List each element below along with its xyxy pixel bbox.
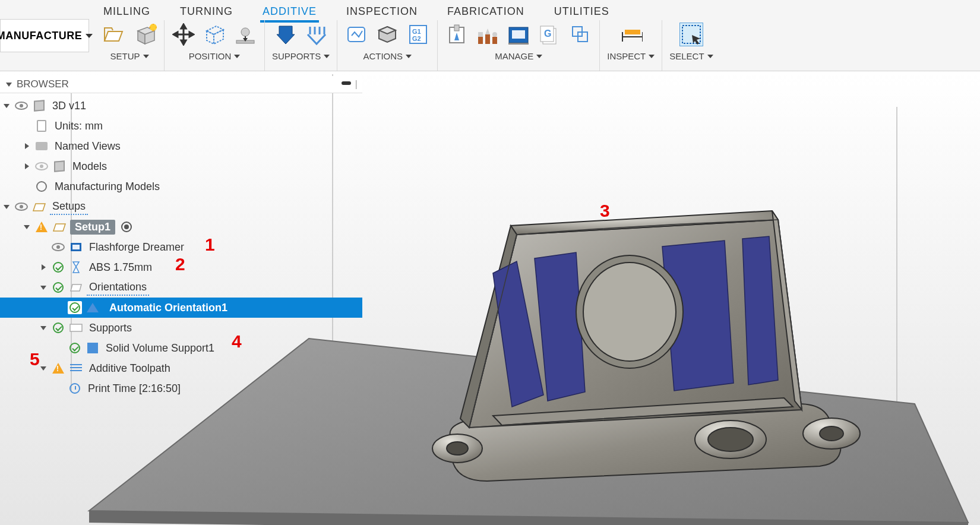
tree-node-solid-support[interactable]: Solid Volume Support1: [0, 338, 362, 358]
visibility-icon[interactable]: [51, 241, 65, 254]
simulate-icon[interactable]: [375, 23, 399, 46]
svg-text:G1: G1: [412, 28, 421, 35]
ribbon-label-setup[interactable]: SETUP: [110, 51, 148, 61]
expand-toggle-icon[interactable]: [39, 286, 48, 290]
expand-toggle-icon[interactable]: [2, 205, 11, 209]
clock-icon: [68, 382, 82, 395]
tree-label: Orientations: [87, 280, 149, 296]
svg-marker-21: [277, 26, 295, 44]
tree-label: Flashforge Dreamer: [87, 240, 186, 255]
visibility-icon[interactable]: [14, 200, 29, 213]
ok-icon: [51, 281, 65, 294]
placement-cube-icon[interactable]: [203, 23, 226, 46]
move-icon[interactable]: [172, 23, 195, 46]
ribbon-label-actions[interactable]: ACTIONS: [363, 51, 412, 61]
expand-toggle-icon[interactable]: [39, 264, 48, 270]
browser-divider-icon: |: [355, 78, 358, 90]
template-library-icon[interactable]: G: [538, 23, 561, 46]
material-icon: [69, 261, 83, 274]
ribbon-label-select[interactable]: SELECT: [669, 51, 713, 61]
svg-rect-51: [342, 81, 351, 85]
visibility-icon[interactable]: [34, 160, 49, 173]
tree-node-material[interactable]: ABS 1.75mm: [0, 257, 362, 277]
svg-marker-12: [173, 32, 178, 37]
machine-library-icon[interactable]: [507, 23, 530, 46]
open-folder-new-icon[interactable]: [102, 23, 126, 46]
ribbon-label-manage[interactable]: MANAGE: [495, 51, 542, 61]
svg-rect-31: [478, 37, 483, 44]
warning-icon: [51, 362, 65, 375]
tree-node-root[interactable]: 3D v11: [0, 96, 362, 116]
expand-toggle-icon[interactable]: [23, 225, 31, 229]
tree-node-manufacturing-models[interactable]: Manufacturing Models: [0, 176, 362, 197]
expand-toggle-icon[interactable]: [39, 326, 48, 330]
ribbon-label-supports[interactable]: SUPPORTS: [272, 51, 330, 61]
tree-node-models[interactable]: Models: [0, 156, 362, 176]
measure-icon[interactable]: [619, 23, 643, 46]
tree-label: Solid Volume Support1: [103, 341, 217, 356]
expand-toggle-icon[interactable]: [23, 143, 31, 149]
document-icon: [34, 119, 49, 132]
tab-turning[interactable]: TURNING: [178, 2, 235, 23]
line-support-icon[interactable]: [305, 23, 328, 46]
active-setup-icon[interactable]: [121, 222, 132, 232]
tree-node-additive-toolpath[interactable]: Additive Toolpath: [0, 358, 362, 378]
tab-additive[interactable]: ADDITIVE: [260, 2, 319, 23]
svg-point-62: [447, 442, 468, 455]
tree-node-machine[interactable]: Flashforge Dreamer: [0, 237, 362, 257]
svg-rect-29: [454, 25, 459, 31]
tool-library-icon[interactable]: [476, 23, 500, 46]
component-icon: [52, 160, 67, 173]
ribbon-label-inspect[interactable]: INSPECT: [607, 51, 655, 61]
machine-icon: [69, 241, 83, 254]
tree-node-orientations[interactable]: Orientations: [0, 277, 362, 298]
visibility-icon[interactable]: [14, 99, 29, 112]
browser-tree: 3D v11 Units: mm Named Views Models Manu…: [0, 93, 362, 399]
support-icon: [86, 341, 100, 355]
svg-rect-49: [682, 26, 700, 43]
ribbon-group-setup: SETUP: [95, 20, 165, 71]
tab-fabrication[interactable]: FABRICATION: [445, 2, 527, 23]
ribbon-groups: SETUP POSITION: [95, 20, 974, 71]
place-to-platform-icon[interactable]: [233, 23, 257, 46]
tree-node-setups[interactable]: Setups: [0, 197, 362, 217]
ribbon-label-position[interactable]: POSITION: [189, 51, 241, 61]
expand-toggle-icon[interactable]: [23, 163, 31, 169]
tree-node-units[interactable]: Units: mm: [0, 116, 362, 136]
print-settings-library-icon[interactable]: [445, 23, 469, 46]
tab-inspection[interactable]: INSPECTION: [344, 2, 420, 23]
chevron-down-icon: [143, 55, 149, 58]
gear-icon: [34, 180, 49, 193]
orientation-icon: [86, 301, 100, 314]
expand-toggle-icon[interactable]: [2, 104, 11, 108]
svg-marker-15: [207, 31, 214, 44]
generate-icon[interactable]: [344, 23, 368, 46]
new-setup-icon[interactable]: [133, 23, 157, 46]
tab-milling[interactable]: MILLING: [101, 2, 153, 23]
expand-toggle-icon[interactable]: [39, 366, 48, 371]
post-process-icon[interactable]: G1G2: [406, 23, 430, 46]
tree-label: Manufacturing Models: [52, 179, 162, 194]
tree-node-supports-folder[interactable]: Supports: [0, 318, 362, 338]
browser-display-settings-icon[interactable]: [341, 78, 352, 90]
tree-node-setup1[interactable]: Setup1: [0, 217, 362, 237]
tree-node-print-time[interactable]: Print Time [2:16:50]: [0, 378, 362, 399]
compare-icon[interactable]: [568, 23, 592, 46]
browser-header[interactable]: BROWSER |: [0, 76, 362, 93]
ribbon-group-select: SELECT: [662, 20, 720, 71]
select-tool-icon[interactable]: [679, 23, 703, 46]
ok-icon: [51, 261, 65, 274]
solid-support-icon[interactable]: [274, 23, 298, 46]
svg-marker-13: [189, 32, 194, 37]
svg-point-77: [583, 262, 676, 361]
workspace-switcher[interactable]: MANUFACTURE: [0, 19, 89, 52]
tree-node-named-views[interactable]: Named Views: [0, 136, 362, 156]
chevron-down-icon: [536, 55, 542, 58]
chevron-down-icon: [234, 55, 240, 58]
ribbon-group-actions: G1G2 ACTIONS: [337, 20, 438, 71]
tab-utilities[interactable]: UTILITIES: [552, 2, 612, 23]
tree-node-auto-orientation[interactable]: Automatic Orientation1: [0, 298, 362, 318]
chevron-down-icon[interactable]: [5, 83, 13, 87]
ribbon-group-manage: G MANAGE: [438, 20, 600, 71]
toolpath-icon: [69, 362, 83, 375]
